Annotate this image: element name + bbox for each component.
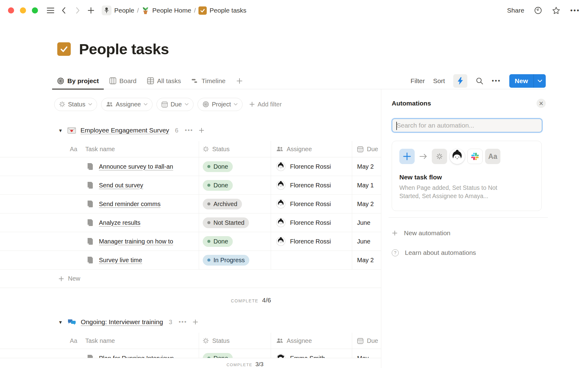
tab-all-tasks[interactable]: All tasks xyxy=(147,73,181,89)
share-button[interactable]: Share xyxy=(507,7,524,14)
due-date[interactable]: May 2 xyxy=(357,257,374,264)
new-tab-icon[interactable] xyxy=(86,5,96,16)
view-more-icon[interactable]: ••• xyxy=(492,77,501,84)
due-date[interactable]: May 1 xyxy=(357,182,374,189)
filter-button[interactable]: Filter xyxy=(411,77,425,85)
back-icon[interactable] xyxy=(59,5,69,16)
column-header-due[interactable]: Due xyxy=(352,141,381,157)
status-dot xyxy=(207,259,210,262)
avatar xyxy=(450,149,465,164)
group-summary[interactable]: COMPLETE 3/3 xyxy=(227,361,264,368)
breadcrumb-people-home[interactable]: People Home xyxy=(141,6,191,15)
collapse-triangle-icon[interactable]: ▼ xyxy=(58,320,63,325)
due-date[interactable]: May 2 xyxy=(357,163,374,170)
calendar-icon xyxy=(357,338,364,344)
task-title[interactable]: Announce survey to #all-an xyxy=(99,163,173,170)
filter-chip-due[interactable]: Due xyxy=(156,98,194,111)
status-pill[interactable]: Done xyxy=(203,161,233,172)
new-button[interactable]: New xyxy=(509,74,533,88)
group-add-icon[interactable] xyxy=(192,319,198,325)
column-header-assignee[interactable]: Assignee xyxy=(271,141,352,157)
slack-icon xyxy=(467,149,483,164)
avatar xyxy=(276,162,285,171)
assignee[interactable]: Florence Rossi xyxy=(276,181,331,190)
task-title[interactable]: Analyze results xyxy=(99,219,141,226)
close-icon[interactable]: ✕ xyxy=(537,99,546,108)
due-date[interactable]: May 2 xyxy=(357,201,374,208)
breadcrumb-people[interactable]: People xyxy=(102,6,134,15)
add-filter-button[interactable]: Add filter xyxy=(249,101,282,108)
close-window-button[interactable] xyxy=(8,7,14,13)
tab-board[interactable]: Board xyxy=(109,73,137,89)
task-title[interactable]: Send reminder comms xyxy=(99,201,160,208)
sidebar-menu-icon[interactable] xyxy=(45,5,56,16)
love-letter-icon xyxy=(67,127,76,134)
page-title: People tasks xyxy=(79,40,169,58)
status-spinner-icon xyxy=(203,146,209,152)
assignee[interactable]: Florence Rossi xyxy=(276,218,331,227)
page-header: People tasks xyxy=(57,40,169,58)
forward-icon[interactable] xyxy=(72,5,83,16)
group-more-icon[interactable]: ••• xyxy=(179,319,187,325)
more-options-icon[interactable]: ••• xyxy=(570,6,580,14)
minimize-window-button[interactable] xyxy=(20,7,26,13)
group-title[interactable]: Ongoing: Interviewer training xyxy=(81,318,163,326)
column-header-status[interactable]: Status xyxy=(199,333,271,349)
assignee-empty[interactable] xyxy=(271,251,352,269)
collapse-triangle-icon[interactable]: ▼ xyxy=(58,128,63,133)
tab-timeline[interactable]: Timeline xyxy=(191,73,226,89)
task-title[interactable]: Send out survey xyxy=(99,182,143,189)
automations-lightning-icon[interactable] xyxy=(453,74,467,88)
status-pill[interactable]: Not Started xyxy=(203,217,249,228)
group-title[interactable]: Employee Engagement Survey xyxy=(81,127,169,134)
database-view: Status Assignee Due Project xyxy=(0,89,381,368)
favorite-star-icon[interactable] xyxy=(552,6,560,15)
column-header-status[interactable]: Status xyxy=(199,141,271,157)
column-header-task[interactable]: Aa Task name xyxy=(0,333,199,349)
assignee[interactable]: Florence Rossi xyxy=(276,237,331,246)
group-more-icon[interactable]: ••• xyxy=(185,127,193,134)
search-icon[interactable] xyxy=(476,77,484,85)
column-header-due[interactable]: Due xyxy=(352,333,381,349)
history-clock-icon[interactable] xyxy=(534,6,542,14)
filter-chip-status[interactable]: Status xyxy=(54,98,97,111)
due-date[interactable]: June xyxy=(357,238,370,245)
zoom-window-button[interactable] xyxy=(32,7,38,13)
add-view-icon[interactable] xyxy=(236,73,243,89)
group-count: 3 xyxy=(169,319,172,326)
plus-icon xyxy=(58,276,64,282)
task-title[interactable]: Survey live time xyxy=(99,257,142,264)
column-header-assignee[interactable]: Assignee xyxy=(271,333,352,349)
task-title[interactable]: Manager training on how to xyxy=(99,238,173,245)
page-icon xyxy=(86,219,94,227)
team-flower-icon xyxy=(102,6,111,15)
sort-button[interactable]: Sort xyxy=(433,77,445,85)
status-pill[interactable]: Done xyxy=(203,236,233,247)
assignee[interactable]: Florence Rossi xyxy=(276,199,331,209)
page-orange-check-icon[interactable] xyxy=(57,42,71,56)
filter-chip-project[interactable]: Project xyxy=(198,98,243,111)
timeline-icon xyxy=(191,78,198,84)
tab-by-project[interactable]: By project xyxy=(57,73,99,89)
filter-chip-assignee[interactable]: Assignee xyxy=(101,98,153,111)
new-dropdown-chevron-icon[interactable] xyxy=(533,74,546,88)
due-date[interactable]: June xyxy=(357,219,370,226)
breadcrumb-people-tasks[interactable]: People tasks xyxy=(198,6,246,15)
new-task-row[interactable]: New xyxy=(0,270,381,288)
new-automation-button[interactable]: New automation xyxy=(392,225,546,241)
group-summary[interactable]: COMPLETE 4/6 xyxy=(0,288,271,310)
automation-search xyxy=(392,118,542,132)
column-header-task[interactable]: Aa Task name xyxy=(0,141,199,157)
status-pill[interactable]: Archived xyxy=(203,199,242,209)
automation-search-input[interactable] xyxy=(392,119,542,132)
task-row: Send out survey Done Florence Rossi May … xyxy=(0,176,381,195)
breadcrumb: People / People Home / People tasks xyxy=(102,6,247,15)
page-icon xyxy=(86,237,94,245)
status-pill[interactable]: In Progress xyxy=(203,255,249,266)
chevron-down-icon xyxy=(234,103,238,105)
automation-template-card[interactable]: Aa New task flow When Page added, Set St… xyxy=(392,141,542,211)
status-pill[interactable]: Done xyxy=(203,180,233,191)
assignee[interactable]: Florence Rossi xyxy=(276,162,331,171)
group-add-icon[interactable] xyxy=(198,127,205,133)
learn-about-automations-link[interactable]: ? Learn about automations xyxy=(392,245,546,261)
